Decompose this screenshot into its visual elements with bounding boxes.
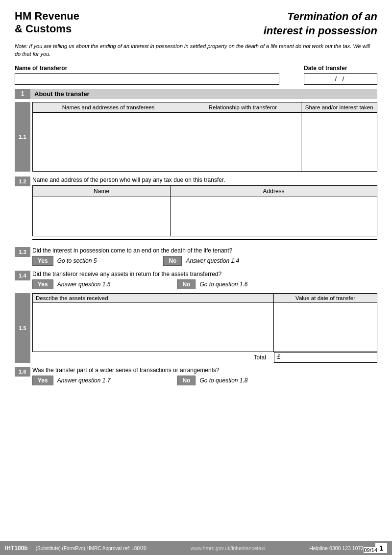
no-goto-1-6: Go to question 1.8 [199, 377, 247, 384]
yes-goto-1-6: Answer question 1.7 [57, 377, 111, 384]
subsection-1-4-row: 1.4 Did the transferor receive any asset… [15, 271, 377, 289]
cell-names-addresses[interactable] [33, 112, 184, 171]
table-1-5: Describe the assets received Value at da… [32, 293, 377, 352]
subsection-1-3-content: Did the interest in possession come to a… [32, 247, 377, 266]
subsection-1-4-content: Did the transferor receive any assets in… [32, 271, 377, 289]
yes-btn-1-3[interactable]: Yes [32, 256, 53, 266]
date-of-transfer-container: Date of transfer / / [304, 65, 377, 85]
question-1-3: Did the interest in possession come to a… [32, 247, 377, 254]
subsection-1-6-number: 1.6 [15, 367, 30, 377]
name-of-transferor-label: Name of transferor [15, 65, 279, 72]
footer-subtitle: (Substitute) (FormEvo) HMRC Approval ref… [36, 546, 147, 551]
col-val: Value at date of transfer [274, 293, 377, 303]
question-1-6: Was the transfer part of a wider series … [32, 367, 377, 374]
subsection-1-3-row: 1.3 Did the interest in possession come … [15, 247, 377, 266]
yes-goto-1-4: Answer question 1.5 [57, 281, 111, 288]
no-btn-1-3[interactable]: No [163, 256, 182, 266]
page: HM Revenue & Customs Termination of an i… [0, 0, 392, 415]
yes-btn-1-4[interactable]: Yes [32, 279, 53, 289]
table-1-1: Names and addresses of transferees Relat… [32, 102, 377, 172]
footer-helpline: Helpline 0300 123 1072 [309, 545, 364, 551]
yes-btn-1-6[interactable]: Yes [32, 376, 53, 385]
cell-val-1-5[interactable] [274, 303, 377, 352]
no-goto-1-4: Go to question 1.6 [199, 281, 247, 288]
date-of-transfer-input[interactable]: / / [304, 73, 377, 85]
yes-no-1-4: Yes Answer question 1.5 No Go to questio… [32, 279, 377, 289]
form-note: Note: If you are telling us about the en… [15, 43, 377, 58]
subsection-1-3-number: 1.3 [15, 247, 30, 257]
header: HM Revenue & Customs Termination of an i… [15, 10, 377, 38]
table-1-2: Name Address [32, 185, 377, 236]
col-address-12: Address [171, 185, 377, 197]
section1-number: 1 [15, 89, 30, 99]
page-footer: IHT100b (Substitute) (FormEvo) HMRC Appr… [0, 541, 392, 555]
no-goto-1-3: Answer question 1.4 [186, 257, 239, 264]
col-relationship: Relationship with transferor [184, 102, 301, 112]
subsection-1-1-row: 1.1 Names and addresses of transferees R… [15, 102, 377, 172]
yes-goto-1-3: Go to section 5 [57, 257, 97, 264]
col-names-addresses: Names and addresses of transferees [33, 102, 184, 112]
subsection-1-5-table-wrap: Describe the assets received Value at da… [32, 293, 377, 363]
subsection-1-2-content: Name and address of the person who will … [32, 177, 377, 243]
cell-address-12[interactable] [171, 197, 377, 236]
subsection-1-2-row: 1.2 Name and address of the person who w… [15, 177, 377, 243]
subsection-1-4-number: 1.4 [15, 271, 30, 280]
name-date-row: Name of transferor Date of transfer / / [15, 65, 377, 85]
subsection-1-1-number: 1.1 [15, 102, 30, 172]
name-of-transferor-container: Name of transferor [15, 65, 279, 85]
subsection-1-2-number: 1.2 [15, 177, 30, 186]
subsection-1-6-content: Was the transfer part of a wider series … [32, 367, 377, 385]
footer-date-code: 09/14 [364, 547, 377, 553]
question-1-4: Did the transferor receive any assets in… [32, 271, 377, 278]
col-share-interest: Share and/or interest taken [301, 102, 377, 112]
hmrc-logo: HM Revenue & Customs [15, 10, 79, 36]
form-title: Termination of an interest in possession [264, 10, 377, 38]
no-btn-1-4[interactable]: No [177, 279, 196, 289]
yes-no-1-3: Yes Go to section 5 No Answer question 1… [32, 256, 377, 266]
section1-title: About the transfer [30, 89, 377, 99]
cell-name-12[interactable] [33, 197, 171, 236]
yes-no-1-6: Yes Answer question 1.7 No Go to questio… [32, 376, 377, 385]
footer-url: www.hmrc.gov.uk/inheritancetax/ [154, 545, 301, 551]
subsection-1-1-table-wrap: Names and addresses of transferees Relat… [32, 102, 377, 172]
cell-share-interest[interactable] [301, 112, 377, 171]
subsection-1-2-label: Name and address of the person who will … [32, 177, 377, 183]
cell-desc-1-5[interactable] [33, 303, 274, 352]
total-row-1-5: Total £ [32, 352, 377, 363]
divider-1-2 [32, 239, 377, 240]
total-label-1-5: Total [249, 353, 270, 362]
total-value-1-5[interactable]: £ [274, 352, 377, 363]
date-of-transfer-label: Date of transfer [304, 65, 377, 72]
subsection-1-6-row: 1.6 Was the transfer part of a wider ser… [15, 367, 377, 385]
section1-header: 1 About the transfer [15, 89, 377, 99]
no-btn-1-6[interactable]: No [177, 376, 196, 385]
subsection-1-5-number: 1.5 [15, 293, 30, 363]
col-desc: Describe the assets received [33, 293, 274, 303]
subsection-1-5-row: 1.5 Describe the assets received Value a… [15, 293, 377, 363]
name-of-transferor-input[interactable] [15, 73, 279, 85]
footer-form-ref: IHT100b [5, 545, 28, 552]
col-name-12: Name [33, 185, 171, 197]
cell-relationship[interactable] [184, 112, 301, 171]
